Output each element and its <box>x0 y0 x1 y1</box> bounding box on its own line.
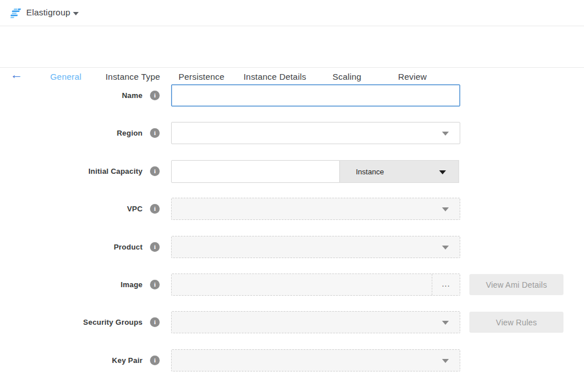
elastigroup-create-page: Elastigroup ← General Instance Type Pers… <box>0 0 584 392</box>
back-arrow-icon[interactable]: ← <box>10 68 23 81</box>
caret-down-icon <box>442 132 449 136</box>
brand-name[interactable]: Elastigroup <box>26 7 70 17</box>
top-bar: Elastigroup <box>0 0 584 26</box>
tab-instance-details[interactable]: Instance Details <box>244 72 306 81</box>
name-input[interactable] <box>171 84 460 107</box>
form-row-key-pair: Key Pair i <box>0 349 584 372</box>
info-icon[interactable]: i <box>150 242 160 252</box>
tab-scaling[interactable]: Scaling <box>332 72 362 81</box>
image-input: ... <box>171 273 460 296</box>
initial-capacity-input[interactable] <box>171 160 340 183</box>
caret-down-icon <box>442 207 449 211</box>
tab-general[interactable]: General <box>50 72 82 81</box>
initial-capacity-label: Initial Capacity <box>0 160 143 182</box>
name-label: Name <box>0 84 143 107</box>
info-icon[interactable]: i <box>150 280 160 289</box>
tab-persistence[interactable]: Persistence <box>179 72 225 81</box>
form-row-vpc: VPC i <box>0 198 584 220</box>
form-row-security-groups: Security Groups i View Rules <box>0 311 584 334</box>
caret-down-icon <box>442 321 449 325</box>
security-groups-label: Security Groups <box>0 311 143 333</box>
product-select <box>171 236 460 258</box>
info-icon[interactable]: i <box>150 317 160 327</box>
form-row-region: Region i <box>0 122 584 145</box>
product-label: Product <box>0 236 143 258</box>
key-pair-select <box>171 349 460 371</box>
browse-ellipsis-button[interactable]: ... <box>432 274 460 295</box>
form-row-initial-capacity: Initial Capacity i Instance <box>0 160 584 183</box>
vpc-select <box>171 198 460 220</box>
key-pair-label: Key Pair <box>0 349 143 371</box>
caret-down-icon <box>439 170 446 174</box>
wizard-tab-bar: ← General Instance Type Persistence Inst… <box>0 27 584 68</box>
info-icon[interactable]: i <box>150 204 160 214</box>
caret-down-icon <box>442 359 449 363</box>
capacity-unit-select[interactable]: Instance <box>340 160 459 183</box>
region-label: Region <box>0 122 143 144</box>
tab-review[interactable]: Review <box>398 72 427 81</box>
form-row-name: Name i <box>0 84 584 107</box>
tab-instance-type[interactable]: Instance Type <box>106 72 160 81</box>
info-icon[interactable]: i <box>150 166 160 176</box>
form-row-image: Image i ... View Ami Details <box>0 273 584 296</box>
view-ami-details-button[interactable]: View Ami Details <box>469 274 563 295</box>
brand-dropdown-caret-icon[interactable] <box>73 12 79 15</box>
info-icon[interactable]: i <box>150 91 160 100</box>
elastigroup-logo-icon <box>9 8 22 19</box>
info-icon[interactable]: i <box>150 128 160 138</box>
view-rules-button[interactable]: View Rules <box>469 312 563 333</box>
image-label: Image <box>0 273 143 296</box>
form-row-product: Product i <box>0 236 584 259</box>
caret-down-icon <box>442 246 449 250</box>
security-groups-select <box>171 311 460 333</box>
capacity-unit-value: Instance <box>356 161 384 183</box>
vpc-label: VPC <box>0 198 143 220</box>
info-icon[interactable]: i <box>150 356 160 365</box>
region-select[interactable] <box>171 122 460 144</box>
